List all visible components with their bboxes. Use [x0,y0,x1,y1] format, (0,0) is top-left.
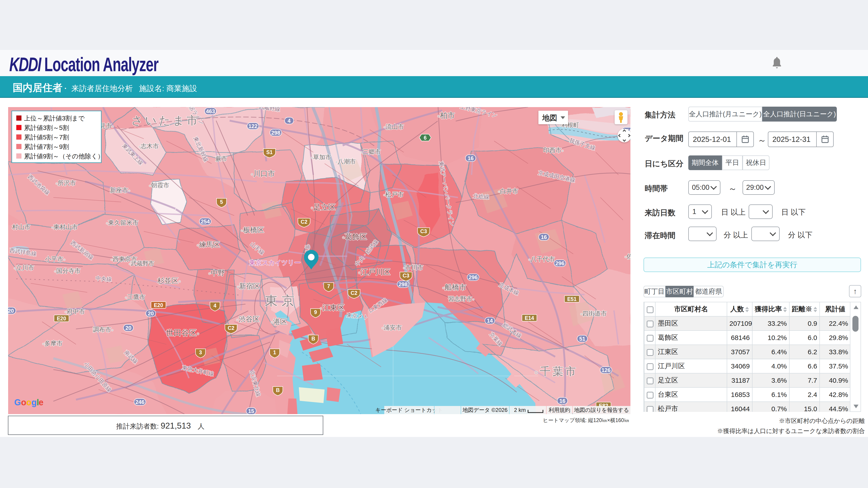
svg-text:累計値3割～5割: 累計値3割～5割 [24,124,69,131]
svg-text:S1: S1 [266,149,273,155]
svg-text:○柏市: ○柏市 [438,111,455,120]
svg-text:16: 16 [541,234,547,240]
svg-text:印西市○: 印西市○ [543,147,563,154]
svg-text:51: 51 [579,336,585,342]
svg-text:○四街道市: ○四街道市 [581,310,607,317]
svg-text:累計値9割～（その他除く）: 累計値9割～（その他除く） [24,153,104,160]
svg-text:B: B [276,387,280,393]
svg-text:○志木市: ○志木市 [138,143,159,150]
svg-text:5: 5 [220,199,223,205]
svg-text:246: 246 [135,399,145,405]
svg-text:地図データ ©2026: 地図データ ©2026 [463,407,508,413]
svg-text:○江戸川区: ○江戸川区 [358,268,391,276]
svg-text:○多摩市: ○多摩市 [42,340,63,347]
svg-text:○練馬区: ○練馬区 [197,240,220,249]
svg-text:さいたま市: さいたま市 [131,114,200,127]
svg-text:杉並区○: 杉並区○ [157,277,181,285]
svg-text:7: 7 [327,283,330,289]
svg-text:296: 296 [555,260,564,266]
svg-text:○国分寺市: ○国分寺市 [54,267,81,274]
svg-text:254: 254 [201,219,210,225]
svg-text:累計値5割～7割: 累計値5割～7割 [24,134,69,141]
svg-text:累計値7割～9割: 累計値7割～9割 [24,143,69,150]
svg-text:9: 9 [314,309,317,315]
svg-text:蕨市: 蕨市 [215,155,227,162]
svg-text:調布市○: 調布市○ [93,326,113,333]
svg-text:○浦安市: ○浦安市 [381,324,402,331]
svg-text:上位～累計値3割まで: 上位～累計値3割まで [24,115,85,122]
svg-text:村山市: 村山市 [12,224,31,230]
svg-text:E14: E14 [525,315,534,321]
svg-text:地図の誤りを報告する: 地図の誤りを報告する [574,407,629,413]
svg-text:16: 16 [559,398,565,404]
svg-text:g: g [31,398,37,407]
svg-text:e: e [39,398,43,407]
svg-text:○流山市: ○流山市 [383,123,404,130]
svg-text:2 km: 2 km [514,407,526,413]
svg-text:○松戸市: ○松戸市 [383,191,404,198]
svg-text:○東久留米市: ○東久留米市 [106,219,138,226]
svg-text:利用規約: 利用規約 [548,407,570,413]
svg-text:C2: C2 [301,219,307,225]
svg-text:○八千代市: ○八千代市 [528,256,555,263]
svg-text:○草加市: ○草加市 [311,154,331,161]
svg-text:○新宿区: ○新宿区 [237,282,260,290]
svg-text:○武蔵野市: ○武蔵野市 [129,260,154,267]
svg-text:○市川市: ○市川市 [403,264,423,271]
svg-text:キーボード ショートカット: キーボード ショートカット [375,407,443,413]
svg-text:4: 4 [287,118,291,124]
svg-text:中央線: 中央線 [95,275,112,283]
svg-text:1: 1 [273,350,276,355]
svg-text:B: B [311,336,315,341]
svg-text:習志野市○: 習志野市○ [448,295,474,302]
svg-text:小平市○: 小平市○ [45,256,65,263]
svg-text:14: 14 [487,318,493,324]
svg-text:20: 20 [148,311,154,317]
svg-text:15: 15 [248,408,254,414]
svg-text:○所沢市: ○所沢市 [56,180,76,186]
svg-text:地図: 地図 [542,113,557,122]
svg-text:○府中市: ○府中市 [65,308,85,315]
svg-text:東京スカイツリー: 東京スカイツリー [249,259,301,266]
svg-text:126: 126 [601,367,611,373]
svg-text:16: 16 [468,155,474,161]
svg-text:C2: C2 [350,290,357,296]
svg-text:E20: E20 [154,302,163,308]
svg-text:E51: E51 [567,296,577,302]
svg-text:○渋谷区: ○渋谷区 [236,315,259,323]
svg-text:G: G [14,398,21,407]
svg-text:○板橋区: ○板橋区 [241,226,264,234]
svg-text:296: 296 [469,274,477,281]
svg-text:4: 4 [214,303,217,308]
svg-text:o: o [26,398,31,407]
svg-text:○川口市: ○川口市 [251,169,275,177]
svg-text:○白井市: ○白井市 [498,188,518,195]
svg-text:463: 463 [206,108,215,114]
svg-text:○朝霞市: ○朝霞市 [149,182,169,189]
svg-text:見市○: 見市○ [100,123,114,129]
svg-text:122: 122 [248,123,257,129]
svg-text:o: o [21,398,26,407]
svg-text:新座市○: 新座市○ [110,187,130,194]
svg-text:C3: C3 [420,228,427,234]
svg-text:3: 3 [199,350,202,355]
svg-text:○足立区: ○足立区 [311,203,336,211]
svg-text:E20: E20 [57,316,66,322]
svg-text:○三郷市: ○三郷市 [361,149,381,155]
svg-text:C3: C3 [403,273,409,279]
svg-text:298: 298 [271,130,280,136]
svg-text:○中野: ○中野 [209,269,225,277]
svg-text:東京: 東京 [265,293,298,308]
svg-text:○八潮市: ○八潮市 [336,158,356,165]
svg-text:20: 20 [8,308,14,314]
svg-text:○江東区: ○江東区 [320,303,345,312]
svg-text:○千葉市: ○千葉市 [534,365,578,377]
svg-text:○三鷹市: ○三鷹市 [125,294,145,300]
svg-text:○立川市: ○立川市 [14,264,34,271]
svg-text:○港区: ○港区 [271,318,287,326]
svg-text:C2: C2 [228,325,234,331]
svg-text:○船橋市: ○船橋市 [442,283,467,291]
svg-text:○東村山市: ○東村山市 [52,224,78,230]
svg-text:6: 6 [424,135,427,141]
svg-text:世田谷区○: 世田谷区○ [166,328,199,337]
